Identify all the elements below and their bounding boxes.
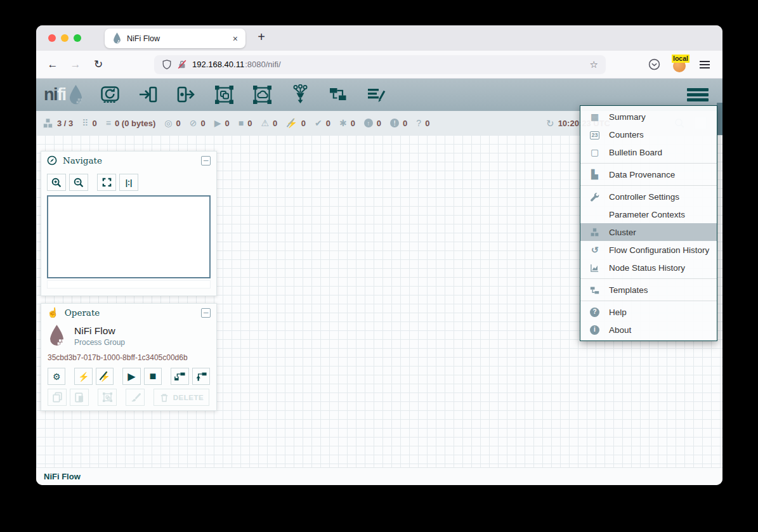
tab-title: NiFi Flow [127,34,160,43]
upload-template-button[interactable] [192,368,210,385]
fill-color-button[interactable] [126,389,145,406]
zoom-actual-size-button[interactable]: |:| [119,174,138,191]
process-group-component-icon[interactable] [214,84,235,105]
stale-icon: ↑ [364,119,373,127]
lightning-slash-icon: ⚡ [99,372,110,382]
menu-item-parameter-contexts[interactable]: Parameter Contexts [580,205,717,223]
breadcrumb-bar: NiFi Flow [36,467,722,485]
copy-button[interactable] [48,389,67,406]
menu-divider [580,163,717,164]
close-window-button[interactable] [48,34,56,42]
forward-button[interactable]: → [67,58,84,71]
url-host: 192.168.40.11 [192,60,244,69]
zoom-in-button[interactable] [47,174,66,191]
start-button[interactable]: ▶ [122,368,140,385]
collapse-operate-button[interactable]: − [201,308,211,318]
menu-item-cluster[interactable]: Cluster [580,223,717,241]
lightning-icon: ⚡ [78,372,89,382]
history-icon: ↺ [589,245,601,254]
bookmark-star-icon[interactable]: ☆ [590,59,598,70]
stop-button[interactable]: ■ [144,368,162,385]
nifi-favicon-droplet-icon [112,32,122,44]
cluster-icon [42,118,53,129]
menu-item-data-provenance[interactable]: ▙Data Provenance [580,165,717,183]
browser-tab[interactable]: NiFi Flow × [105,29,245,48]
status-up-to-date: ✔0 [315,119,330,128]
invalid-icon: ⚠ [261,119,269,127]
menu-item-about[interactable]: iAbout [580,321,717,339]
info-icon: i [589,325,601,335]
group-button[interactable] [98,389,117,406]
selected-component: NiFi Flow Process Group [48,324,210,347]
firefox-menu-icon[interactable] [700,59,710,70]
locally-modified-icon: ✱ [339,119,347,127]
funnel-component-icon[interactable] [290,84,311,105]
label-component-icon[interactable] [366,84,387,105]
processor-component-icon[interactable] [100,84,121,105]
menu-item-counters[interactable]: 23Counters [580,126,717,143]
refresh-icon[interactable]: ↻ [546,119,554,128]
global-menu: ▦Summary 23Counters ▢Bulletin Board ▙Dat… [580,105,717,341]
sync-failure-icon: ? [416,119,421,127]
account-badge: local [672,55,689,63]
output-port-component-icon[interactable] [176,84,197,105]
zoom-window-button[interactable] [74,34,81,42]
navigate-tools: |:| [41,169,216,192]
toolbar-right-cluster: local [648,57,715,72]
nifi-global-menu-button[interactable] [687,88,709,103]
back-button[interactable]: ← [44,58,62,71]
counters-icon: 23 [589,129,601,139]
collapse-navigate-button[interactable]: − [201,156,211,165]
navigate-header[interactable]: Navigate − [41,152,216,169]
logo-ni-text: ni [44,85,57,105]
browser-window: NiFi Flow × + ← → ↻ 192.168.40.11:8080/n… [36,25,722,485]
nifi-droplet-icon [67,84,84,106]
threads-icon: ⠿ [82,119,88,127]
menu-item-templates[interactable]: Templates [580,281,717,299]
pocket-icon[interactable] [648,58,660,70]
template-icon [589,285,601,295]
minimize-window-button[interactable] [61,34,69,42]
new-tab-button[interactable]: + [253,30,270,44]
logo-fi-text: fi [57,85,66,105]
compass-icon [47,155,57,165]
up-to-date-icon: ✔ [315,119,322,127]
transmitting-icon: ◎ [164,119,172,127]
menu-item-controller-settings[interactable]: Controller Settings [580,188,717,205]
input-port-component-icon[interactable] [138,84,159,105]
trash-icon [159,393,169,403]
navigate-panel: Navigate − |:| [41,151,217,296]
remote-process-group-component-icon[interactable] [252,84,273,105]
play-icon: ▶ [127,370,135,382]
wrench-icon [589,192,601,202]
url-bar[interactable]: 192.168.40.11:8080/nifi/ ☆ [154,55,606,74]
zoom-out-button[interactable] [69,174,88,191]
menu-item-bulletin-board[interactable]: ▢Bulletin Board [580,143,717,161]
status-disabled: ⚡0 [286,119,306,128]
menu-item-node-status-history[interactable]: Node Status History [580,259,717,276]
firefox-account-avatar[interactable]: local [672,57,688,72]
configure-button[interactable]: ⚙ [48,368,65,385]
status-running: ▶0 [214,119,230,128]
paste-button[interactable] [70,389,89,406]
close-tab-icon[interactable]: × [233,34,238,44]
disable-button[interactable]: ⚡ [96,368,114,385]
menu-item-summary[interactable]: ▦Summary [580,108,717,126]
operate-header[interactable]: ☝ Operate − [41,304,216,321]
birdseye-minimap[interactable] [47,195,211,278]
bulletin-board-icon: ▢ [589,148,601,157]
disabled-lightning-icon: ⚡ [286,119,297,127]
template-component-icon[interactable] [328,84,349,105]
zoom-fit-button[interactable] [97,174,116,191]
reload-button[interactable]: ↻ [89,58,107,71]
hand-pointer-icon: ☝ [47,307,59,318]
provenance-icon: ▙ [589,170,601,179]
create-template-button[interactable] [171,368,188,385]
breadcrumb-root[interactable]: NiFi Flow [44,472,81,481]
menu-item-help[interactable]: ?Help [580,303,717,321]
shield-icon[interactable] [162,59,172,70]
enable-button[interactable]: ⚡ [74,368,92,385]
insecure-lock-icon[interactable] [177,59,187,70]
delete-button[interactable]: DELETE [154,389,209,406]
menu-item-flow-configuration-history[interactable]: ↺Flow Configuration History [580,241,717,259]
